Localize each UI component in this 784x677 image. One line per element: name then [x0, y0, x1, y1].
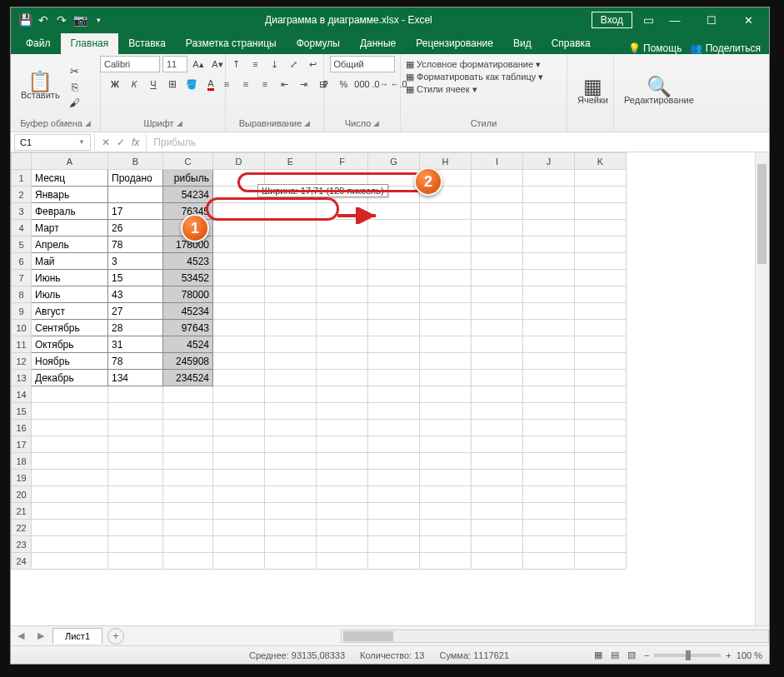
cell[interactable] [523, 470, 575, 486]
cell[interactable] [32, 553, 108, 570]
row-header-20[interactable]: 20 [12, 486, 32, 503]
border-icon[interactable]: ⊞ [164, 76, 181, 92]
cell[interactable] [265, 253, 317, 270]
column-header-H[interactable]: H [420, 153, 472, 170]
cell[interactable] [472, 203, 523, 220]
view-normal-icon[interactable]: ▦ [594, 650, 602, 660]
clipboard-launcher-icon[interactable]: ◢ [85, 119, 91, 127]
cell[interactable]: Ноябрь [32, 353, 108, 370]
row-header-22[interactable]: 22 [12, 520, 32, 536]
cell[interactable] [575, 520, 627, 536]
cell[interactable] [472, 503, 523, 520]
cell[interactable] [317, 453, 368, 470]
cell[interactable] [523, 386, 575, 403]
horizontal-scrollbar[interactable] [341, 630, 769, 643]
cell[interactable] [108, 520, 163, 536]
cell[interactable] [317, 336, 368, 353]
row-header-1[interactable]: 1 [12, 170, 32, 187]
cell[interactable] [368, 403, 420, 420]
font-name-combo[interactable]: Calibri [100, 56, 160, 72]
align-center-icon[interactable]: ≡ [237, 76, 254, 92]
cell[interactable] [108, 403, 163, 420]
cell[interactable] [108, 420, 163, 436]
cell[interactable]: 78 [108, 353, 163, 370]
cell[interactable] [213, 453, 265, 470]
cell[interactable] [368, 536, 420, 553]
cell[interactable]: 53452 [163, 270, 213, 286]
cell[interactable] [163, 553, 213, 570]
cell[interactable] [163, 436, 213, 453]
cell[interactable] [420, 236, 472, 253]
cell[interactable] [472, 453, 523, 470]
sheet-nav-next-icon[interactable]: ▶ [31, 630, 51, 641]
underline-button[interactable]: Ч [145, 76, 162, 92]
close-button[interactable]: ✕ [731, 8, 766, 32]
cell[interactable] [317, 436, 368, 453]
cell[interactable] [472, 403, 523, 420]
cell[interactable] [265, 470, 317, 486]
cell[interactable]: 31 [108, 336, 163, 353]
font-color-icon[interactable]: A [202, 76, 219, 92]
cell[interactable] [32, 520, 108, 536]
cell[interactable] [523, 203, 575, 220]
row-header-23[interactable]: 23 [12, 536, 32, 553]
cell[interactable] [213, 320, 265, 336]
cell[interactable]: 45234 [163, 220, 213, 236]
cell[interactable] [317, 536, 368, 553]
tell-me[interactable]: 💡 Помощь [628, 42, 682, 54]
column-header-G[interactable]: G [368, 153, 420, 170]
cell[interactable] [108, 486, 163, 503]
orientation-icon[interactable]: ⤢ [286, 56, 302, 72]
cell[interactable] [108, 503, 163, 520]
comma-icon[interactable]: 000 [354, 76, 371, 92]
zoom-level[interactable]: 100 % [737, 650, 762, 660]
cell[interactable] [523, 536, 575, 553]
cell[interactable] [575, 303, 627, 320]
cell[interactable] [163, 470, 213, 486]
cell[interactable] [420, 486, 472, 503]
cell[interactable] [420, 203, 472, 220]
cell[interactable] [368, 486, 420, 503]
cell[interactable] [575, 203, 627, 220]
cell[interactable] [420, 436, 472, 453]
row-header-13[interactable]: 13 [12, 370, 32, 386]
cell[interactable] [368, 236, 420, 253]
cell[interactable] [213, 553, 265, 570]
cell[interactable]: 78 [108, 236, 163, 253]
paste-button[interactable]: 📋 Вставить [16, 72, 65, 103]
cell[interactable] [317, 286, 368, 303]
cell[interactable] [420, 336, 472, 353]
cell[interactable] [108, 436, 163, 453]
column-header-E[interactable]: E [265, 153, 317, 170]
cell[interactable] [523, 420, 575, 436]
cell[interactable] [213, 486, 265, 503]
cell[interactable]: 28 [108, 320, 163, 336]
italic-button[interactable]: К [126, 76, 142, 92]
number-format-combo[interactable]: Общий [330, 56, 395, 72]
cell[interactable] [523, 486, 575, 503]
tab-formulas[interactable]: Формулы [287, 33, 350, 54]
cell[interactable]: 134 [108, 370, 163, 386]
cell[interactable] [575, 270, 627, 286]
tab-view[interactable]: Вид [503, 33, 542, 54]
cell[interactable] [523, 286, 575, 303]
formula-input[interactable]: Прибыль [147, 137, 196, 148]
cell[interactable]: 245908 [163, 353, 213, 370]
cell[interactable] [575, 353, 627, 370]
cell[interactable] [575, 553, 627, 570]
cell[interactable] [472, 170, 523, 187]
cell[interactable]: 27 [108, 303, 163, 320]
cell[interactable] [420, 370, 472, 386]
column-header-K[interactable]: K [575, 153, 627, 170]
zoom-slider[interactable] [654, 654, 721, 657]
cell[interactable] [213, 236, 265, 253]
alignment-launcher-icon[interactable]: ◢ [304, 119, 310, 127]
cell[interactable] [523, 353, 575, 370]
row-header-19[interactable]: 19 [12, 470, 32, 486]
row-header-5[interactable]: 5 [12, 236, 32, 253]
row-header-24[interactable]: 24 [12, 553, 32, 570]
cell[interactable] [213, 303, 265, 320]
cell[interactable] [317, 470, 368, 486]
zoom-in-button[interactable]: + [726, 650, 731, 660]
column-header-C[interactable]: C [163, 153, 213, 170]
